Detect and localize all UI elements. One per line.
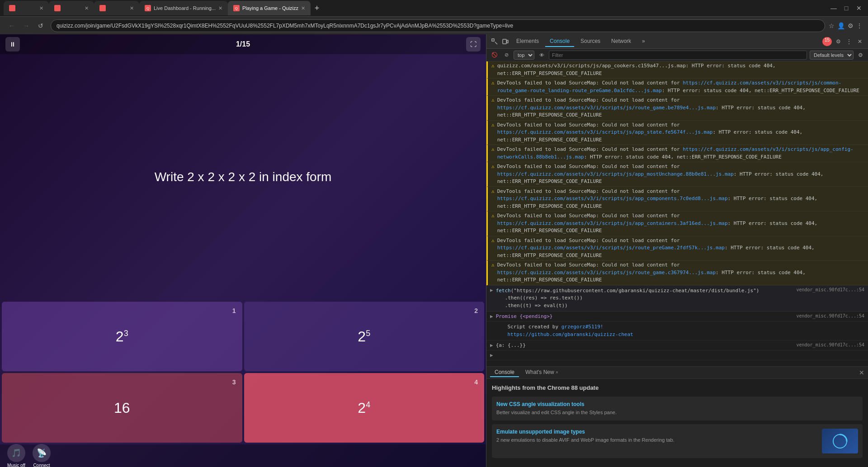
feature-card-1: New CSS angle visualization tools Better…: [492, 397, 863, 420]
levels-selector[interactable]: Default levels: [810, 51, 854, 60]
entry-link-7[interactable]: https://cf.quizizz.com/assets/v3/i/scrip…: [497, 196, 728, 201]
profile-icon[interactable]: 👤: [837, 22, 845, 29]
feature-info-2: Emulate unsupported image types 2 new em…: [496, 429, 817, 444]
clear-console-button[interactable]: 🚫: [490, 51, 499, 60]
console-settings-icon[interactable]: ⚙: [856, 51, 864, 59]
fetch-source: vendor_misc.90fd17c...:54: [796, 287, 864, 292]
connect-button[interactable]: 📡 Connect: [33, 444, 51, 467]
console-entry-3: ⚠ DevTools failed to load SourceMap: Cou…: [486, 96, 868, 121]
devtools-tab-console[interactable]: Console: [545, 36, 574, 47]
expand-arrow[interactable]: ▶: [490, 287, 493, 293]
tab-3[interactable]: ✕: [94, 1, 139, 15]
menu-icon[interactable]: ⋮: [856, 22, 863, 29]
entry-text-9: DevTools failed to load SourceMap: Could…: [497, 237, 864, 260]
forward-button[interactable]: →: [20, 19, 33, 32]
tab-close-2[interactable]: ✕: [85, 5, 89, 11]
script-author-link[interactable]: grzegorz#5119!: [561, 324, 604, 330]
connect-label: Connect: [33, 463, 50, 467]
eye-icon[interactable]: 👁: [537, 51, 546, 60]
extensions-icon[interactable]: ⚙: [848, 22, 854, 29]
tab-5[interactable]: Q Playing a Game - Quizizz ✕: [228, 1, 311, 15]
console-entry-5: ⚠ DevTools failed to load SourceMap: Cou…: [486, 145, 868, 162]
console-entry-6: ⚠ DevTools failed to load SourceMap: Cou…: [486, 162, 868, 187]
console-output[interactable]: ⚠ quizizz.com/assets/v3/i/scripts/js/app…: [486, 61, 868, 366]
back-button[interactable]: ←: [5, 19, 18, 32]
devtools-tab-sources[interactable]: Sources: [576, 36, 605, 47]
console-entry-fetch: ▶ fetch("https://raw.githubusercontent.c…: [486, 285, 868, 312]
entry-link-5[interactable]: https://cf.quizizz.com/assets/v3/i/scrip…: [497, 146, 854, 160]
entry-text-6: DevTools failed to load SourceMap: Could…: [497, 163, 864, 186]
entry-link-3[interactable]: https://cf.quizizz.com/assets/v3/i/scrip…: [497, 105, 716, 111]
entry-link-4[interactable]: https://cf.quizizz.com/assets/v3/i/scrip…: [497, 129, 713, 135]
devtools-tab-network[interactable]: Network: [607, 36, 636, 47]
filter-input[interactable]: [549, 51, 807, 60]
feature-info-1: New CSS angle visualization tools Better…: [496, 401, 858, 416]
tab-4[interactable]: Q Live Dashboard - Running... ✕: [139, 1, 228, 15]
bottom-tab-console[interactable]: Console: [490, 368, 519, 377]
feature-card-2: Emulate unsupported image types 2 new em…: [492, 424, 863, 458]
whatsnew-label: What's New: [525, 369, 556, 375]
answers-grid: 1 23 2 25 3 16 4 24: [0, 300, 486, 444]
console-entry-9: ⚠ DevTools failed to load SourceMap: Cou…: [486, 236, 868, 261]
devtools-inspect-icon[interactable]: [490, 37, 499, 46]
error-badge: 15: [822, 37, 832, 46]
minimize-button[interactable]: —: [828, 3, 839, 14]
tab-1[interactable]: ✕: [4, 1, 49, 15]
answer-card-2[interactable]: 2 25: [244, 302, 485, 371]
entry-link-2[interactable]: https://cf.quizizz.com/assets/v3/i/scrip…: [497, 80, 842, 93]
new-tab-button[interactable]: +: [311, 2, 323, 14]
card-number-2: 2: [474, 307, 478, 314]
card-content-2: 25: [358, 328, 370, 345]
entry-link-8[interactable]: https://cf.quizizz.com/assets/v3/i/scrip…: [497, 220, 728, 226]
warning-icon-4: ⚠: [491, 122, 495, 128]
warning-icon-2: ⚠: [491, 80, 495, 86]
question-area: Write 2 x 2 x 2 x 2 in index form: [0, 54, 486, 300]
promise-arrow[interactable]: ▶: [490, 313, 493, 319]
context-selector[interactable]: top: [514, 51, 534, 60]
entry-text-4: DevTools failed to load SourceMap: Could…: [497, 121, 864, 144]
music-icon: 🎵: [7, 444, 25, 462]
entry-link-10[interactable]: https://cf.quizizz.com/assets/v3/i/scrip…: [497, 270, 716, 276]
comment-indent: [490, 323, 502, 329]
tab-close-5[interactable]: ✕: [301, 5, 305, 11]
bookmark-icon[interactable]: ☆: [829, 22, 835, 29]
object-arrow[interactable]: ▶: [490, 342, 493, 348]
svg-rect-3: [507, 40, 508, 43]
tab-favicon-4: Q: [145, 5, 151, 11]
bottom-panel-close[interactable]: ✕: [859, 369, 864, 376]
devtools-icons: 15 ⚙ ⋮ ✕: [822, 37, 864, 46]
tab-label-4: Live Dashboard - Running...: [154, 5, 216, 11]
tab-close-3[interactable]: ✕: [130, 5, 134, 11]
close-devtools-icon[interactable]: ✕: [855, 37, 864, 46]
card-content-3: 16: [114, 400, 130, 416]
settings-icon[interactable]: ⚙: [834, 37, 843, 46]
url-bar[interactable]: quizizz.com/join/game/U2FsdGVkX19gYSl%25…: [51, 19, 825, 32]
tab-2[interactable]: ✕: [49, 1, 94, 15]
game-panel: ⏸ 1/15 ⛶ Write 2 x 2 x 2 x 2 in index fo…: [0, 34, 486, 467]
whats-new-panel: Highlights from the Chrome 88 update New…: [486, 379, 868, 467]
devtools-tab-elements[interactable]: Elements: [512, 36, 543, 47]
whatsnew-close[interactable]: ×: [556, 370, 558, 375]
github-link[interactable]: https://github.com/gbaranski/quizizz-che…: [508, 332, 633, 337]
answer-card-3[interactable]: 3 16: [2, 373, 242, 443]
music-button[interactable]: 🎵 Music off: [7, 444, 25, 467]
bottom-tab-whatsnew[interactable]: What's New ×: [521, 368, 563, 377]
fullscreen-button[interactable]: ⛶: [466, 37, 481, 51]
entry-link-6[interactable]: https://cf.quizizz.com/assets/v3/i/scrip…: [497, 171, 734, 177]
devtools-device-icon[interactable]: [501, 37, 510, 46]
object-arrow2[interactable]: ▶: [490, 352, 493, 358]
entry-link-9[interactable]: https://cf.quizizz.com/assets/v3/i/scrip…: [497, 245, 725, 251]
answer-card-1[interactable]: 1 23: [2, 302, 242, 371]
close-button[interactable]: ✕: [854, 3, 864, 14]
svg-rect-0: [492, 39, 494, 41]
tab-close-1[interactable]: ✕: [39, 5, 43, 11]
fullscreen-icon: ⛶: [470, 41, 476, 48]
more-options-icon[interactable]: ⋮: [844, 37, 854, 46]
answer-card-4[interactable]: 4 24: [244, 373, 485, 443]
pause-button[interactable]: ⏸: [5, 37, 20, 51]
reload-button[interactable]: ↺: [34, 19, 47, 32]
maximize-button[interactable]: □: [841, 3, 852, 14]
tab-label-5: Playing a Game - Quizizz: [242, 5, 298, 11]
tab-close-4[interactable]: ✕: [218, 5, 222, 11]
devtools-tab-more[interactable]: »: [637, 36, 650, 47]
